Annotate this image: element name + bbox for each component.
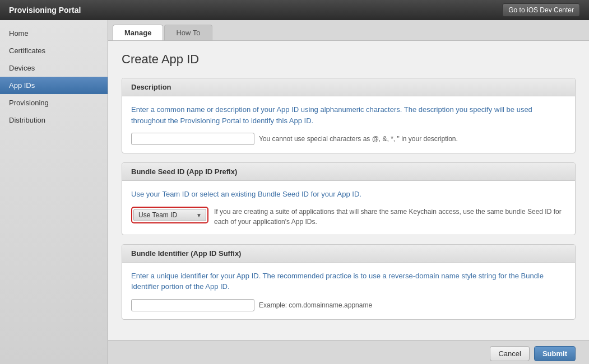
bundle-identifier-body: Enter a unique identifier for your App I… [122,263,575,319]
page-content: Create App ID Description Enter a common… [108,41,589,340]
bundle-seed-section: Bundle Seed ID (App ID Prefix) Use your … [122,162,576,235]
team-id-select[interactable]: Use Team ID [133,209,206,221]
description-input-row: You cannot use special characters as @, … [131,133,566,145]
team-id-select-wrapper: Use Team ID ▼ [131,207,208,223]
bundle-seed-body: Use your Team ID or select an existing B… [122,181,575,235]
main-layout: Home Certificates Devices App IDs Provis… [0,20,589,364]
bundle-identifier-header: Bundle Identifier (App ID Suffix) [122,245,575,263]
ios-dev-center-button[interactable]: Go to iOS Dev Center [502,3,580,17]
content-area: Manage How To Create App ID Description … [108,20,589,364]
top-bar: Provisioning Portal Go to iOS Dev Center [0,0,589,20]
bundle-seed-row: Use Team ID ▼ If you are creating a suit… [131,207,566,227]
bundle-identifier-section: Bundle Identifier (App ID Suffix) Enter … [122,244,576,320]
submit-button[interactable]: Submit [534,346,576,361]
portal-title: Provisioning Portal [9,6,81,15]
sidebar-item-app-ids[interactable]: App IDs [0,77,108,94]
footer: Cancel Submit [108,340,589,365]
page-title: Create App ID [122,52,576,67]
description-section: Description Enter a common name or descr… [122,78,576,153]
sidebar-item-provisioning[interactable]: Provisioning [0,94,108,111]
tab-how-to[interactable]: How To [164,25,212,40]
bundle-seed-header: Bundle Seed ID (App ID Prefix) [122,163,575,181]
description-input[interactable] [131,133,254,145]
description-body: Enter a common name or description of yo… [122,96,575,153]
sidebar-item-home[interactable]: Home [0,25,108,42]
sidebar-item-distribution[interactable]: Distribution [0,111,108,129]
sidebar-item-devices[interactable]: Devices [0,59,108,77]
bundle-identifier-input-row: Example: com.domainname.appname [131,299,566,311]
sidebar: Home Certificates Devices App IDs Provis… [0,20,108,364]
bundle-identifier-input[interactable] [131,299,254,311]
bundle-identifier-example: Example: com.domainname.appname [259,301,372,309]
bundle-seed-desc: Use your Team ID or select an existing B… [131,189,566,200]
cancel-button[interactable]: Cancel [490,346,529,361]
description-note: You cannot use special characters as @, … [259,135,458,143]
bundle-seed-text: If you are creating a suite of applicati… [214,207,566,227]
bundle-identifier-desc: Enter a unique identifier for your App I… [131,270,566,292]
tab-bar: Manage How To [108,20,589,41]
sidebar-item-certificates[interactable]: Certificates [0,42,108,59]
description-header: Description [122,78,575,96]
description-text: Enter a common name or description of yo… [131,104,566,126]
tab-manage[interactable]: Manage [113,25,163,40]
